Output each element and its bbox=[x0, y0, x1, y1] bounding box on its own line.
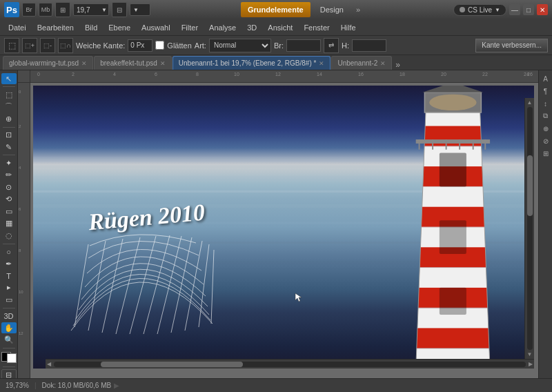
glatten-checkbox[interactable] bbox=[155, 41, 164, 50]
tab-close-break[interactable]: ✕ bbox=[160, 60, 166, 67]
canvas-image: Rügen 2010 bbox=[33, 86, 534, 369]
history-tool[interactable]: ⟲ bbox=[1, 194, 17, 205]
right-layer-tool[interactable]: ⧉ bbox=[540, 110, 551, 121]
crop-tool[interactable]: ⊡ bbox=[1, 129, 17, 140]
right-mask-tool[interactable]: ⊘ bbox=[540, 135, 551, 146]
menu-bearbeiten[interactable]: Bearbeiten bbox=[32, 22, 79, 33]
ruler-left: 0 2 4 6 8 10 12 bbox=[18, 83, 30, 384]
cursor-indicator bbox=[294, 292, 305, 303]
hand-tool[interactable]: ✋ bbox=[1, 322, 17, 333]
right-arrow-tool[interactable]: ↕ bbox=[540, 98, 551, 109]
statusbar: 19,73% | Dok: 18,0 MB/60,6 MB ▶ bbox=[0, 378, 552, 392]
more-workspaces[interactable]: » bbox=[353, 6, 363, 14]
scroll-v-thumb[interactable] bbox=[527, 155, 533, 216]
tab-unbenannt2[interactable]: Unbenannt-2 ✕ bbox=[331, 56, 392, 70]
menu-ansicht[interactable]: Ansicht bbox=[262, 22, 298, 33]
swap-icon[interactable]: ⇄ bbox=[324, 38, 339, 53]
menu-analyse[interactable]: Analyse bbox=[204, 22, 241, 33]
menu-datei[interactable]: Datei bbox=[3, 22, 32, 33]
scroll-horizontal[interactable]: ◀ ▶ bbox=[46, 359, 534, 369]
pen-tool[interactable]: ✒ bbox=[1, 258, 17, 269]
svg-line-28 bbox=[211, 250, 214, 324]
zoom-dropdown[interactable]: 19,7 ▼ bbox=[73, 3, 109, 16]
mb-badge[interactable]: Mb bbox=[39, 3, 52, 17]
eraser-tool[interactable]: ▭ bbox=[1, 206, 17, 217]
more-tabs[interactable]: » bbox=[393, 60, 403, 70]
maximize-button[interactable]: □ bbox=[523, 4, 534, 15]
arrange-icon[interactable]: ⊟ bbox=[112, 2, 127, 17]
menu-filter[interactable]: Filter bbox=[176, 22, 204, 33]
design-button[interactable]: Design bbox=[313, 2, 351, 17]
weiche-kante-input[interactable] bbox=[128, 39, 152, 52]
color-swatches[interactable] bbox=[1, 352, 17, 363]
menu-hilfe[interactable]: Hilfe bbox=[335, 22, 362, 33]
gradient-tool[interactable]: ▦ bbox=[1, 218, 17, 229]
marquee-tool[interactable]: ⬚ bbox=[1, 89, 17, 100]
menu-auswahl[interactable]: Auswahl bbox=[136, 22, 176, 33]
optionsbar: ⬚ ⬚+ ⬚- ⬚∩ Weiche Kante: Glätten Art: No… bbox=[0, 36, 552, 55]
grundelemente-button[interactable]: Grundelemente bbox=[241, 2, 310, 17]
dodge-tool[interactable]: ○ bbox=[1, 246, 17, 257]
breite-input[interactable] bbox=[286, 39, 321, 52]
blur-tool[interactable]: ◌ bbox=[1, 230, 17, 241]
lasso-tool[interactable]: ⌒ bbox=[1, 101, 17, 112]
scroll-up-arrow[interactable]: ▲ bbox=[526, 99, 534, 106]
tab-close-global[interactable]: ✕ bbox=[81, 60, 87, 67]
menubar: Datei Bearbeiten Bild Ebene Auswahl Filt… bbox=[0, 19, 552, 36]
clone-tool[interactable]: ⊙ bbox=[1, 182, 17, 193]
selection-int-icon[interactable]: ⬚∩ bbox=[58, 38, 73, 53]
left-toolbar: ↖ ⬚ ⌒ ⊕ ⊡ ✎ ✦ ✏ ⊙ ⟲ ▭ ▦ ◌ ○ ✒ T ▸ ▭ 3D ✋… bbox=[0, 70, 18, 384]
wire-mesh-shape bbox=[61, 203, 268, 341]
ruler-corner bbox=[18, 70, 30, 83]
spot-heal-tool[interactable]: ✦ bbox=[1, 157, 17, 168]
text-tool[interactable]: T bbox=[1, 270, 17, 281]
scroll-v-track[interactable] bbox=[527, 107, 533, 350]
path-select-tool[interactable]: ▸ bbox=[1, 282, 17, 293]
right-add-tool[interactable]: ⊕ bbox=[540, 123, 551, 134]
kante-verbessern-button[interactable]: Kante verbessern... bbox=[475, 39, 548, 52]
3d-tool[interactable]: 3D bbox=[1, 310, 17, 321]
tab-close-unbenannt2[interactable]: ✕ bbox=[380, 60, 386, 67]
tab-close-unbenannt1[interactable]: ✕ bbox=[319, 60, 324, 67]
eyedropper-tool[interactable]: ✎ bbox=[1, 141, 17, 153]
menu-fenster[interactable]: Fenster bbox=[298, 22, 335, 33]
menu-ebene[interactable]: Ebene bbox=[103, 22, 136, 33]
menu-bild[interactable]: Bild bbox=[79, 22, 103, 33]
move-tool[interactable]: ↖ bbox=[1, 73, 17, 84]
workspace-dropdown[interactable]: ▼ bbox=[130, 3, 150, 16]
right-text-tool[interactable]: A bbox=[540, 73, 551, 84]
right-para-tool[interactable]: ¶ bbox=[540, 86, 551, 97]
selection-add-icon[interactable]: ⬚+ bbox=[22, 38, 37, 53]
selection-rect-icon[interactable]: ⬚ bbox=[4, 38, 19, 53]
scroll-down-arrow[interactable]: ▼ bbox=[526, 351, 534, 357]
zoom-tool[interactable]: 🔍 bbox=[1, 334, 17, 345]
tab-global-warming[interactable]: global-warming-tut.psd ✕ bbox=[3, 56, 93, 70]
svg-line-22 bbox=[130, 236, 156, 334]
svg-rect-10 bbox=[440, 288, 466, 315]
svg-rect-9 bbox=[440, 220, 466, 254]
right-grid-tool[interactable]: ⊞ bbox=[540, 148, 551, 159]
minimize-button[interactable]: — bbox=[509, 4, 520, 15]
shape-tool[interactable]: ▭ bbox=[1, 294, 17, 305]
scroll-h-track[interactable] bbox=[54, 362, 526, 367]
svg-line-26 bbox=[185, 241, 202, 331]
selection-sub-icon[interactable]: ⬚- bbox=[40, 38, 55, 53]
cs-live-button[interactable]: CS Live ▼ bbox=[453, 4, 506, 16]
menu-3d[interactable]: 3D bbox=[241, 22, 262, 33]
close-button[interactable]: ✕ bbox=[537, 4, 548, 15]
main-canvas: Rügen 2010 bbox=[33, 86, 534, 369]
scroll-h-thumb[interactable] bbox=[101, 362, 242, 367]
tab-breakeffekt[interactable]: breakeffekt-tut.psd ✕ bbox=[94, 56, 172, 70]
layout-icon[interactable]: ⊞ bbox=[55, 2, 70, 17]
brush-tool[interactable]: ✏ bbox=[1, 170, 17, 181]
art-select[interactable]: Normal Fest Verhältnis festl. Größe fest… bbox=[209, 39, 271, 52]
scroll-right-arrow[interactable]: ▶ bbox=[527, 361, 534, 367]
hoehe-input[interactable] bbox=[352, 39, 386, 52]
quicksel-tool[interactable]: ⊕ bbox=[1, 113, 17, 124]
svg-line-25 bbox=[171, 237, 192, 333]
scroll-vertical[interactable]: ▲ ▼ bbox=[524, 98, 534, 359]
br-badge[interactable]: Br bbox=[22, 3, 36, 17]
background-color[interactable] bbox=[7, 353, 17, 363]
tab-unbenannt1[interactable]: Unbenannt-1 bei 19,7% (Ebene 2, RGB/8#) … bbox=[172, 56, 331, 70]
scroll-left-arrow[interactable]: ◀ bbox=[46, 361, 52, 367]
